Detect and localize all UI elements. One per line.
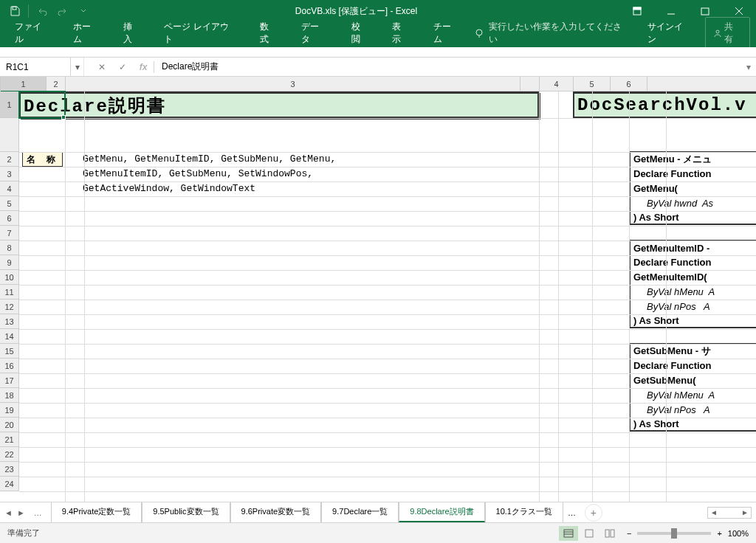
tab-home[interactable]: ホーム bbox=[64, 16, 109, 50]
row-header[interactable] bbox=[0, 118, 19, 152]
row-header[interactable]: 24 bbox=[0, 477, 19, 491]
row-header[interactable]: 12 bbox=[0, 300, 19, 314]
share-button[interactable]: 共有 bbox=[705, 17, 750, 49]
expand-formula-bar-icon[interactable]: ▾ bbox=[741, 62, 756, 72]
row-header[interactable]: 10 bbox=[0, 270, 19, 285]
column-header[interactable]: 3 bbox=[66, 77, 520, 91]
code-block-panel[interactable]: GetMenu - メニュDeclare FunctionGetMenu(ByV… bbox=[629, 151, 756, 432]
row-header[interactable]: 19 bbox=[0, 403, 19, 418]
row-header[interactable]: 11 bbox=[0, 285, 19, 300]
column-header[interactable]: 2 bbox=[47, 77, 66, 91]
normal-view-icon[interactable] bbox=[559, 526, 578, 541]
column-header[interactable]: 4 bbox=[540, 77, 574, 91]
row-header[interactable]: 4 bbox=[0, 181, 19, 196]
cancel-icon[interactable]: ✕ bbox=[92, 58, 112, 76]
row-header[interactable]: 2 bbox=[0, 152, 19, 167]
row-header[interactable]: 1 bbox=[0, 91, 19, 118]
column-header[interactable] bbox=[647, 77, 756, 91]
row-header[interactable]: 6 bbox=[0, 211, 19, 226]
add-sheet-button[interactable]: + bbox=[585, 504, 602, 522]
tab-scroll-right-icon[interactable]: ► bbox=[17, 508, 25, 517]
code-line[interactable]: ) As Short bbox=[629, 417, 756, 432]
sheet-tab[interactable]: 9.8Declare説明書 bbox=[399, 502, 484, 522]
body-line[interactable]: GetActiveWindow, GetWindowText bbox=[83, 183, 255, 194]
code-line[interactable]: GetMenuItemID( bbox=[629, 269, 756, 284]
formula-input[interactable]: Declare説明書 bbox=[154, 58, 741, 76]
column-header[interactable] bbox=[520, 77, 540, 91]
code-line[interactable]: Declare Function bbox=[629, 166, 756, 181]
tab-formulas[interactable]: 数式 bbox=[251, 16, 286, 50]
code-line[interactable]: ByVal hMenu A bbox=[629, 387, 756, 402]
row-header[interactable]: 20 bbox=[0, 418, 19, 432]
tab-team[interactable]: チーム bbox=[425, 16, 469, 50]
code-line[interactable]: GetMenuItemID - bbox=[629, 240, 756, 255]
tab-pagelayout[interactable]: ページ レイアウト bbox=[155, 16, 245, 50]
horizontal-scrollbar[interactable]: ◄ ► bbox=[602, 507, 756, 519]
code-line[interactable]: GetMenu( bbox=[629, 181, 756, 196]
scroll-right-icon[interactable]: ► bbox=[739, 508, 751, 518]
page-layout-view-icon[interactable] bbox=[580, 526, 599, 541]
row-header[interactable]: 15 bbox=[0, 344, 19, 359]
code-line[interactable]: GetMenu - メニュ bbox=[629, 151, 756, 166]
minimize-icon[interactable] bbox=[654, 0, 688, 22]
code-line[interactable]: GetSubMenu( bbox=[629, 373, 756, 387]
row-header[interactable]: 18 bbox=[0, 388, 19, 403]
tell-me-search[interactable]: 実行したい作業を入力してください bbox=[474, 21, 628, 46]
ribbon-display-options-icon[interactable] bbox=[620, 0, 654, 22]
code-line[interactable]: ByVal hMenu A bbox=[629, 284, 756, 299]
enter-icon[interactable]: ✓ bbox=[112, 58, 133, 76]
row-header[interactable]: 9 bbox=[0, 255, 19, 270]
code-line[interactable]: Declare Function bbox=[629, 358, 756, 373]
name-label-cell[interactable]: 名 称 bbox=[22, 152, 63, 167]
code-line[interactable]: ) As Short bbox=[629, 314, 756, 328]
row-header[interactable]: 17 bbox=[0, 373, 19, 388]
tab-scroll-left-icon[interactable]: ◄ bbox=[4, 508, 13, 517]
cells-grid[interactable]: Declare説明書 DocSearchVol.v 名 称 GetMenu, G… bbox=[19, 91, 756, 502]
sheet-tab[interactable]: 9.7Declare一覧 bbox=[321, 502, 399, 522]
row-header[interactable]: 14 bbox=[0, 329, 19, 344]
row-header[interactable]: 5 bbox=[0, 196, 19, 211]
tab-view[interactable]: 表示 bbox=[383, 16, 419, 50]
column-header[interactable]: 5 bbox=[574, 77, 611, 91]
page-break-view-icon[interactable] bbox=[600, 526, 619, 541]
tab-overflow-icon[interactable]: … bbox=[30, 508, 47, 517]
sheet-tab[interactable]: 9.6Private変数一覧 bbox=[230, 502, 322, 522]
row-header[interactable]: 23 bbox=[0, 462, 19, 477]
zoom-in-button[interactable]: + bbox=[717, 529, 721, 538]
row-header[interactable]: 7 bbox=[0, 226, 19, 241]
code-line[interactable]: GetSubMenu - サ bbox=[629, 343, 756, 358]
name-box[interactable]: R1C1 bbox=[0, 58, 71, 76]
tab-review[interactable]: 校閲 bbox=[343, 16, 378, 50]
row-header[interactable]: 22 bbox=[0, 447, 19, 462]
name-box-dropdown-icon[interactable]: ▾ bbox=[71, 58, 84, 76]
fill-handle[interactable] bbox=[61, 115, 66, 120]
tab-insert[interactable]: 挿入 bbox=[114, 16, 150, 50]
body-line[interactable]: GetMenu, GetMenuItemID, GetSubMenu, GetM… bbox=[83, 153, 336, 165]
sheet-tab[interactable]: 9.4Private定数一覧 bbox=[51, 502, 142, 522]
zoom-out-button[interactable]: − bbox=[627, 529, 631, 538]
row-header[interactable]: 3 bbox=[0, 167, 19, 181]
secondary-title-cell[interactable]: DocSearchVol.v bbox=[573, 91, 756, 118]
row-header[interactable]: 21 bbox=[0, 432, 19, 447]
zoom-level[interactable]: 100% bbox=[728, 529, 749, 538]
sheet-tab[interactable]: 9.5Public変数一覧 bbox=[142, 502, 230, 522]
sheet-tab[interactable]: 10.1クラス一覧 bbox=[485, 502, 563, 522]
code-line[interactable]: ByVal hwnd As bbox=[629, 196, 756, 210]
column-header[interactable]: 1 bbox=[1, 77, 47, 91]
code-line[interactable]: Declare Function bbox=[629, 255, 756, 269]
row-header[interactable]: 8 bbox=[0, 241, 19, 255]
code-line[interactable]: ByVal nPos A bbox=[629, 402, 756, 417]
row-header[interactable]: 16 bbox=[0, 359, 19, 373]
code-line[interactable]: ) As Short bbox=[629, 210, 756, 225]
title-cell[interactable]: Declare説明書 bbox=[19, 91, 539, 118]
body-line[interactable]: GetMenuItemID, GetSubMenu, SetWindowPos, bbox=[83, 168, 313, 179]
scroll-left-icon[interactable]: ◄ bbox=[708, 508, 720, 518]
signin-link[interactable]: サインイン bbox=[640, 21, 698, 46]
fx-icon[interactable]: fx bbox=[133, 58, 154, 76]
row-header[interactable]: 13 bbox=[0, 314, 19, 329]
column-header[interactable]: 6 bbox=[611, 77, 647, 91]
tab-file[interactable]: ファイル bbox=[6, 16, 58, 50]
tab-data[interactable]: データ bbox=[292, 16, 337, 50]
zoom-slider[interactable] bbox=[637, 532, 711, 535]
tab-overflow-right-icon[interactable]: … bbox=[563, 508, 580, 517]
